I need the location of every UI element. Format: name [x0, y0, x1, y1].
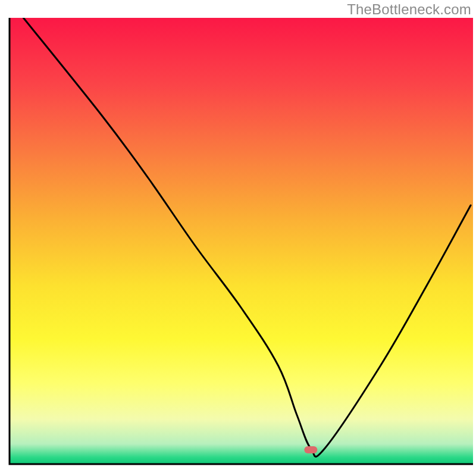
chart-svg — [0, 0, 476, 476]
gradient-background — [10, 18, 473, 464]
bottleneck-chart: TheBottleneck.com — [0, 0, 476, 476]
chart-marker — [304, 446, 317, 453]
svg-rect-1 — [304, 446, 317, 453]
watermark-text: TheBottleneck.com — [347, 1, 471, 18]
